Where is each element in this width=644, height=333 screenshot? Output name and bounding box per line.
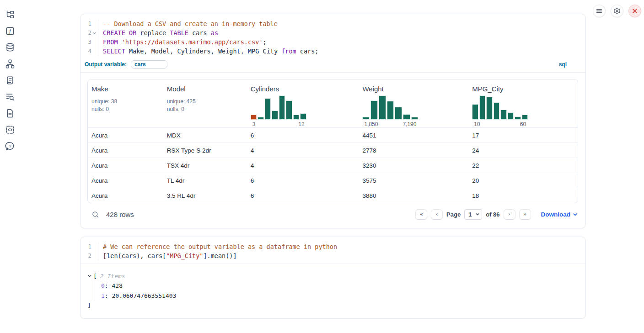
table-cell: 20 <box>468 177 578 184</box>
code-line[interactable]: 4SELECT Make, Model, Cylinders, Weight, … <box>80 47 585 56</box>
histogram-bar <box>486 97 493 120</box>
column-histogram: 312 <box>251 95 306 127</box>
token: CREATE <box>103 29 125 37</box>
code-line[interactable]: 3FROM 'https://datasets.marimo.app/cars.… <box>80 37 585 47</box>
database-icon[interactable] <box>5 42 15 53</box>
column-stat: nulls: 0 <box>167 106 243 113</box>
column-label[interactable]: Model <box>167 85 186 93</box>
token: 'https://datasets.marimo.app/cars.csv' <box>122 38 263 46</box>
help-icon[interactable]: ? <box>5 141 15 151</box>
code-text: SELECT Make, Model, Cylinders, Weight, M… <box>98 47 585 56</box>
token: SELECT <box>103 48 125 55</box>
token: FROM <box>103 38 118 46</box>
tree-entry[interactable]: 1: 20.060747663551403 <box>101 291 578 301</box>
table-row[interactable]: AcuraTL 4dr6357520 <box>88 173 578 188</box>
column-label[interactable]: MPG_City <box>472 85 503 93</box>
token: Make, Model, Cylinders, Weight, MPG_City <box>125 48 281 55</box>
histogram-bar <box>370 100 378 120</box>
dependency-graph-icon[interactable] <box>5 59 15 69</box>
menu-button[interactable] <box>593 5 606 17</box>
settings-button[interactable] <box>611 5 623 17</box>
python-cell: 1# We can reference the output variable … <box>80 237 586 319</box>
download-label: Download <box>541 211 571 218</box>
table-cell: Acura <box>88 132 163 139</box>
table-row[interactable]: AcuraMDX6445117 <box>88 127 578 143</box>
output-variable-input[interactable] <box>131 60 167 69</box>
histogram-max-label: 7,190 <box>402 121 416 127</box>
column-stat: unique: 425 <box>167 98 243 106</box>
token <box>125 29 129 37</box>
column-stats: unique: 425nulls: 0 <box>167 98 243 113</box>
document-icon[interactable] <box>5 108 15 118</box>
fold-chevron-icon[interactable] <box>91 28 97 37</box>
token: replace <box>136 29 170 37</box>
first-page-button[interactable]: « <box>415 209 427 220</box>
histogram-bar <box>265 98 271 120</box>
histogram-bar <box>258 117 264 120</box>
histogram-bar <box>472 104 478 120</box>
fold-spacer <box>91 47 97 56</box>
column-stats: unique: 38nulls: 0 <box>91 98 160 113</box>
histogram-bars[interactable] <box>472 95 528 120</box>
open-bracket: [ <box>93 273 97 280</box>
column-histogram: 1060 <box>472 95 528 127</box>
last-page-button[interactable]: » <box>519 209 531 220</box>
tree-entry-key: 1 <box>101 292 105 299</box>
code-line[interactable]: 2CREATE OR replace TABLE cars as <box>80 28 585 37</box>
tree-entry[interactable]: 0: 428 <box>101 281 578 291</box>
python-code-editor[interactable]: 1# We can reference the output variable … <box>80 237 585 264</box>
histogram-min-label: 10 <box>474 121 480 127</box>
histogram-max-label: 12 <box>298 121 304 127</box>
histogram-bar <box>395 107 402 120</box>
histogram-bar <box>293 115 300 120</box>
prev-page-button[interactable]: ‹ <box>431 209 443 220</box>
token: cars; <box>296 48 319 55</box>
table-cell: 3230 <box>359 162 468 169</box>
column-label[interactable]: Make <box>91 85 108 93</box>
close-bracket: ] <box>87 301 578 310</box>
page-select-value: 1 <box>468 211 472 218</box>
column-label[interactable]: Weight <box>362 85 383 93</box>
tree-entry-value: : 428 <box>105 282 123 289</box>
code-line[interactable]: 1-- Download a CSV and create an in-memo… <box>80 19 585 28</box>
function-icon[interactable]: f <box>5 26 15 36</box>
tree-entry-key: 0 <box>101 282 105 289</box>
code-line[interactable]: 1# We can reference the output variable … <box>80 242 585 251</box>
histogram-min-label: 3 <box>252 121 256 127</box>
histogram-bar <box>500 110 507 120</box>
table-cell: TSX 4dr <box>163 162 247 169</box>
token: # We can reference the output variable a… <box>103 243 337 250</box>
code-text: [len(cars), cars["MPG_City"].mean()] <box>98 251 585 260</box>
table-row[interactable]: AcuraRSX Type S 2dr4277824 <box>88 143 578 158</box>
histogram-bar <box>508 112 514 120</box>
search-icon[interactable] <box>91 211 99 218</box>
sql-code-editor[interactable]: 1-- Download a CSV and create an in-memo… <box>80 14 585 59</box>
column-label[interactable]: Cylinders <box>251 85 279 93</box>
sql-output-area: Makeunique: 38nulls: 0Modelunique: 425nu… <box>80 73 585 228</box>
script-icon[interactable] <box>5 75 15 85</box>
close-button[interactable] <box>628 5 641 17</box>
column-header-weight: Weight1,8507,190 <box>359 85 468 127</box>
table-cell: Acura <box>88 147 163 154</box>
table-row[interactable]: AcuraTSX 4dr4323022 <box>88 158 578 173</box>
file-tree-icon[interactable] <box>5 10 15 20</box>
histogram-bars[interactable] <box>251 95 306 120</box>
table-cell: 4451 <box>359 132 468 139</box>
table-cell: 6 <box>247 132 359 139</box>
download-button[interactable]: Download <box>541 211 578 218</box>
line-number: 2 <box>80 28 91 37</box>
snippets-icon[interactable] <box>5 125 15 135</box>
column-stat: unique: 38 <box>91 98 160 106</box>
pagination: « ‹ Page 1 of 86 › » Download <box>415 209 578 220</box>
code-line[interactable]: 2[len(cars), cars["MPG_City"].mean()] <box>80 251 585 260</box>
chevron-down-icon <box>573 212 578 217</box>
page-select[interactable]: 1 <box>464 209 482 220</box>
column-header-mpg_city: MPG_City1060 <box>468 85 578 127</box>
next-page-button[interactable]: › <box>504 209 515 220</box>
table-row[interactable]: Acura3.5 RL 4dr6388018 <box>88 188 578 203</box>
collapse-chevron-icon[interactable] <box>87 274 92 278</box>
logs-search-icon[interactable] <box>5 92 15 102</box>
column-header-make: Makeunique: 38nulls: 0 <box>88 85 163 127</box>
tree-root-row: [ 2 Items <box>87 271 578 281</box>
histogram-bars[interactable] <box>362 95 418 120</box>
